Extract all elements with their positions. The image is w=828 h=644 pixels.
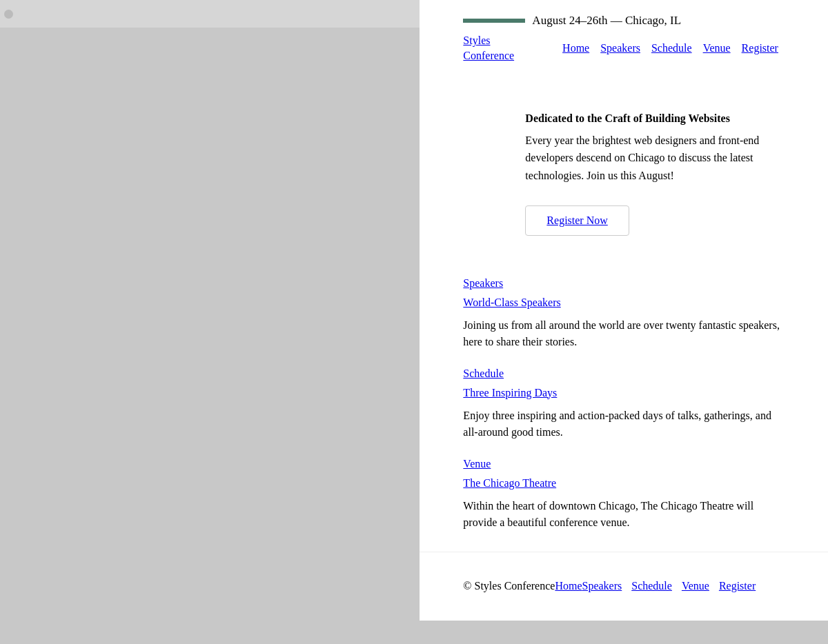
- site-footer: © Styles ConferenceHome Speakers Schedul…: [420, 552, 828, 613]
- browser-dot-green: [4, 10, 13, 19]
- date-location: August 24–26th — Chicago, IL: [532, 14, 681, 28]
- speakers-text: Joining us from all around the world are…: [463, 317, 785, 350]
- browser-chrome: [0, 0, 420, 28]
- site-logo-link[interactable]: Styles Conference: [463, 33, 514, 64]
- venue-section: Venue The Chicago Theatre Within the hea…: [463, 458, 785, 531]
- footer-nav-speakers[interactable]: Speakers: [582, 580, 622, 592]
- footer-nav-register[interactable]: Register: [719, 580, 756, 592]
- speakers-title-link[interactable]: World-Class Speakers: [463, 296, 785, 309]
- sections-wrapper: Speakers World-Class Speakers Joining us…: [420, 277, 828, 531]
- site-header: August 24–26th — Chicago, IL Styles Conf…: [420, 0, 828, 71]
- logo-bar-accent: [463, 19, 525, 23]
- hero-section: Dedicated to the Craft of Building Websi…: [420, 71, 828, 277]
- nav-register[interactable]: Register: [742, 42, 778, 54]
- footer-home-logo-link[interactable]: Home: [555, 580, 582, 592]
- footer-copyright: © Styles ConferenceHome: [463, 580, 582, 592]
- schedule-text: Enjoy three inspiring and action-packed …: [463, 407, 785, 441]
- main-nav: Home Speakers Schedule Venue Register: [562, 42, 778, 54]
- schedule-category-link[interactable]: Schedule: [463, 368, 785, 380]
- header-top: August 24–26th — Chicago, IL: [463, 14, 785, 28]
- browser-window: August 24–26th — Chicago, IL Styles Conf…: [420, 0, 828, 621]
- nav-schedule[interactable]: Schedule: [651, 42, 692, 54]
- venue-category-link[interactable]: Venue: [463, 458, 785, 470]
- footer-nav-venue[interactable]: Venue: [682, 580, 709, 592]
- hero-description: Every year the brightest web designers a…: [525, 132, 785, 185]
- hero-tagline: Dedicated to the Craft of Building Websi…: [525, 112, 785, 125]
- speakers-category-link[interactable]: Speakers: [463, 277, 785, 290]
- schedule-section: Schedule Three Inspiring Days Enjoy thre…: [463, 368, 785, 441]
- footer-nav: Speakers Schedule Venue Register: [582, 580, 756, 592]
- nav-venue[interactable]: Venue: [703, 42, 731, 54]
- register-now-button[interactable]: Register Now: [525, 205, 629, 236]
- venue-text: Within the heart of downtown Chicago, Th…: [463, 498, 785, 531]
- nav-row: Styles Conference Home Speakers Schedule…: [463, 33, 785, 64]
- venue-title-link[interactable]: The Chicago Theatre: [463, 477, 785, 490]
- speakers-section: Speakers World-Class Speakers Joining us…: [463, 277, 785, 350]
- schedule-title-link[interactable]: Three Inspiring Days: [463, 387, 785, 399]
- page-content: August 24–26th — Chicago, IL Styles Conf…: [420, 0, 828, 613]
- nav-speakers[interactable]: Speakers: [600, 42, 640, 54]
- footer-content: © Styles ConferenceHome Speakers Schedul…: [463, 580, 785, 592]
- nav-home[interactable]: Home: [562, 42, 589, 54]
- footer-nav-schedule[interactable]: Schedule: [631, 580, 672, 592]
